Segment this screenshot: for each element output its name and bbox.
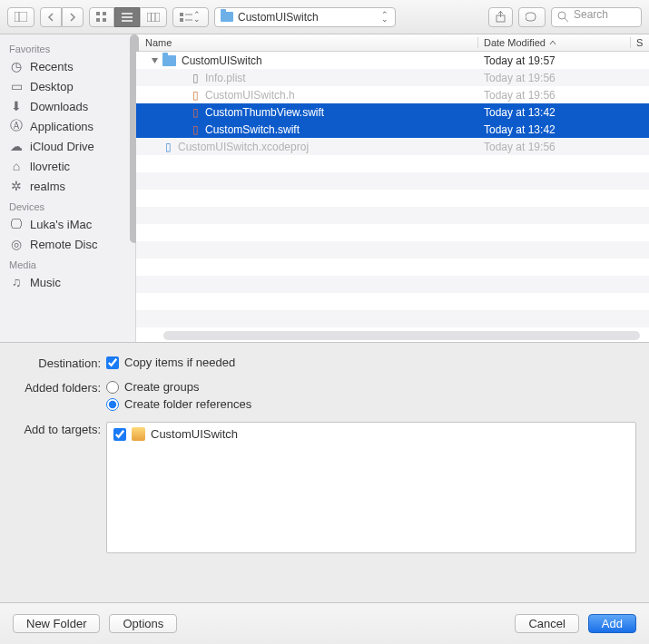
file-icon: ▯: [190, 105, 202, 119]
column-date[interactable]: Date Modified: [478, 37, 631, 48]
sidebar-item[interactable]: ♫Music: [0, 272, 135, 292]
sidebar-item[interactable]: 🖵Luka's iMac: [0, 214, 135, 234]
svg-rect-0: [15, 12, 27, 22]
sidebar-item-label: llovretic: [30, 160, 70, 173]
new-folder-button[interactable]: New Folder: [13, 614, 100, 633]
chevron-left-icon: [47, 13, 54, 22]
svg-line-20: [565, 18, 568, 22]
file-date: Today at 19:57: [478, 54, 649, 67]
sidebar-item-icon: ♫: [9, 275, 24, 289]
sidebar-item-icon: ☁: [9, 139, 24, 153]
file-row[interactable]: ▯CustomSwitch.swiftToday at 13:42: [136, 121, 649, 138]
disclosure-triangle-icon[interactable]: [151, 56, 159, 64]
add-targets-label: Add to targets:: [20, 422, 106, 436]
column-view-button[interactable]: [140, 7, 167, 27]
sidebar-item-label: Luka's iMac: [30, 218, 92, 231]
file-name: CustomUISwitch.xcodeproj: [178, 141, 309, 153]
file-icon: ▯: [190, 88, 202, 102]
file-date: Today at 19:56: [478, 141, 649, 153]
sidebar-item-icon: 🖵: [9, 217, 24, 231]
sidebar-item-icon: ▭: [9, 79, 24, 93]
file-date: Today at 19:56: [478, 89, 649, 102]
file-row[interactable]: CustomUISwitchToday at 19:57: [136, 52, 649, 69]
search-icon: [557, 11, 569, 23]
sidebar-item[interactable]: ✲realms: [0, 176, 135, 196]
group-icon: [180, 13, 192, 22]
svg-rect-14: [180, 18, 183, 22]
file-name: CustomSwitch.swift: [205, 123, 300, 136]
sidebar-toggle-button[interactable]: [7, 7, 34, 27]
sidebar-item-label: Music: [30, 276, 61, 289]
file-row[interactable]: ▯Info.plistToday at 19:56: [136, 69, 649, 86]
search-input[interactable]: Search: [551, 7, 642, 27]
sidebar-item-icon: ◷: [9, 59, 24, 73]
sidebar-item[interactable]: ⌂llovretic: [0, 156, 135, 176]
sidebar-section: Devices: [0, 196, 135, 214]
targets-list[interactable]: CustomUISwitch: [106, 422, 636, 553]
horizontal-scrollbar[interactable]: [163, 331, 640, 340]
added-folders-label: Added folders:: [20, 380, 106, 395]
sidebar-item[interactable]: ⬇Downloads: [0, 96, 135, 116]
copy-items-checkbox[interactable]: Copy items if needed: [106, 356, 636, 369]
sidebar-item-label: Downloads: [30, 100, 88, 113]
svg-rect-5: [103, 18, 106, 22]
back-button[interactable]: [40, 7, 62, 27]
search-placeholder: Search: [574, 8, 608, 21]
view-mode-buttons: [89, 7, 167, 27]
tags-button[interactable]: [518, 7, 546, 27]
tag-icon: [526, 12, 538, 22]
browser-split: Favorites◷Recents▭Desktop⬇DownloadsⒶAppl…: [0, 34, 649, 343]
icon-view-button[interactable]: [89, 7, 114, 27]
file-date: Today at 19:56: [478, 72, 649, 84]
sidebar-item-label: realms: [30, 180, 65, 193]
sidebar-item-icon: Ⓐ: [9, 119, 24, 133]
sidebar-icon: [15, 12, 27, 22]
svg-rect-3: [103, 12, 106, 15]
column-name[interactable]: Name: [136, 37, 478, 48]
svg-rect-2: [96, 12, 100, 15]
svg-rect-4: [96, 18, 100, 22]
file-name: CustomUISwitch.h: [205, 89, 295, 102]
file-row[interactable]: ▯CustomThumbView.swiftToday at 13:42: [136, 103, 649, 121]
file-row-empty: [136, 293, 649, 310]
file-row-empty: [136, 190, 649, 207]
sidebar-item[interactable]: ☁iCloud Drive: [0, 136, 135, 156]
sidebar-item[interactable]: ◷Recents: [0, 56, 135, 76]
path-label: CustomUISwitch: [238, 11, 319, 24]
column-size[interactable]: S: [631, 37, 649, 48]
file-pane: Name Date Modified S CustomUISwitchToday…: [136, 34, 649, 342]
file-icon: ▯: [162, 140, 174, 153]
file-date: Today at 13:42: [478, 106, 649, 119]
cancel-button[interactable]: Cancel: [515, 614, 578, 633]
sidebar-item[interactable]: ⒶApplications: [0, 116, 135, 136]
file-row-empty: [136, 259, 649, 276]
path-dropdown[interactable]: CustomUISwitch ⌃⌄: [214, 7, 396, 27]
create-refs-radio[interactable]: Create folder references: [106, 397, 636, 411]
sidebar-section: Favorites: [0, 38, 135, 56]
sidebar-item-label: Remote Disc: [30, 238, 97, 251]
group-by-button[interactable]: ⌃⌄: [172, 7, 209, 27]
file-row-empty: [136, 241, 649, 259]
target-item[interactable]: CustomUISwitch: [113, 427, 629, 441]
add-button[interactable]: Add: [588, 614, 636, 633]
file-row[interactable]: ▯CustomUISwitch.hToday at 19:56: [136, 86, 649, 103]
share-button[interactable]: [488, 7, 513, 27]
list-view-button[interactable]: [114, 7, 140, 27]
sidebar-item[interactable]: ◎Remote Disc: [0, 234, 135, 254]
sidebar-item-label: Recents: [30, 60, 74, 73]
file-list: CustomUISwitchToday at 19:57▯Info.plistT…: [136, 52, 649, 342]
file-name: CustomUISwitch: [182, 54, 262, 67]
options-button[interactable]: Options: [109, 614, 177, 633]
grid-icon: [96, 12, 107, 23]
file-name: CustomThumbView.swift: [205, 106, 324, 119]
sidebar-item[interactable]: ▭Desktop: [0, 76, 135, 96]
list-icon: [122, 13, 133, 22]
file-row[interactable]: ▯CustomUISwitch.xcodeprojToday at 19:56: [136, 138, 649, 155]
svg-rect-9: [147, 13, 160, 22]
sidebar-item-label: iCloud Drive: [30, 140, 94, 153]
app-icon: [132, 427, 145, 441]
forward-button[interactable]: [62, 7, 84, 27]
file-row-empty: [136, 310, 649, 327]
sidebar-item-label: Applications: [30, 120, 93, 133]
create-groups-radio[interactable]: Create groups: [106, 380, 636, 394]
